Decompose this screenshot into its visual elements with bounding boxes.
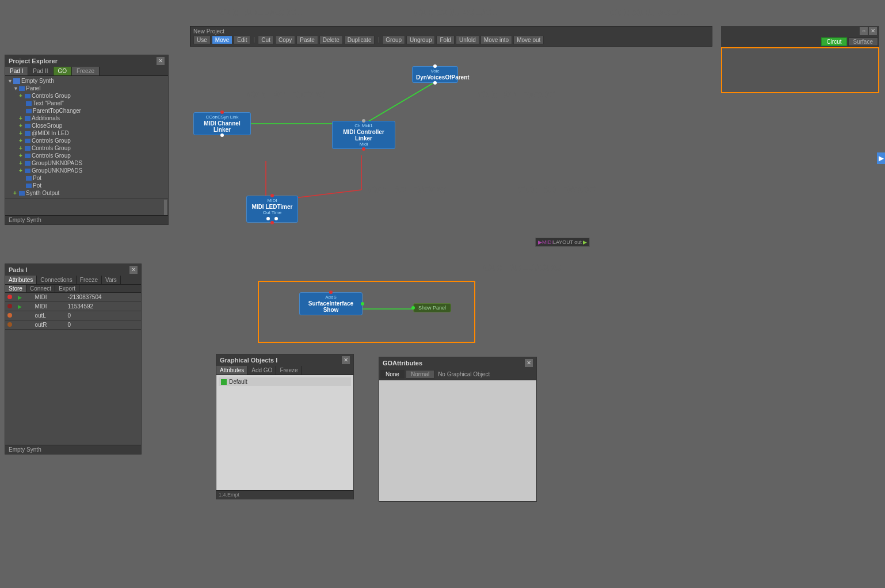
go-panel-close[interactable]: ✕: [342, 356, 350, 364]
tab-go[interactable]: GO: [54, 67, 73, 75]
goattr-tab-normal[interactable]: Normal: [406, 370, 434, 379]
go-tab-freeze[interactable]: Freeze: [276, 366, 302, 375]
plus-unkn-2[interactable]: +: [19, 167, 25, 174]
tree-item-parent-top[interactable]: ParentTopChanger: [5, 107, 168, 114]
pads-tab-vars[interactable]: Vars: [102, 276, 121, 284]
right-panel-close-button[interactable]: ✕: [869, 27, 877, 35]
tree-item-controls-group-3[interactable]: + Controls Group: [5, 144, 168, 152]
export-btn[interactable]: Export: [55, 285, 79, 292]
midi-led-port-bottom[interactable]: [270, 221, 274, 224]
project-explorer-tree: ▼ Empty Synth ▼ Panel + Controls Group: [5, 76, 168, 198]
cconcsyn-port-bottom[interactable]: [220, 133, 224, 137]
move-into-button[interactable]: Move into: [480, 36, 512, 44]
goattr-close[interactable]: ✕: [525, 359, 533, 367]
go-tab-attributes[interactable]: Attributes: [216, 366, 248, 375]
move-out-button[interactable]: Move out: [513, 36, 544, 44]
midi-led-port-br[interactable]: [274, 217, 278, 220]
voic-port-bottom[interactable]: [433, 81, 437, 85]
plus-midi-led[interactable]: +: [19, 130, 25, 136]
adds-node[interactable]: AddS SurfaceInterface Show: [299, 292, 363, 315]
plus-unkn-1[interactable]: +: [19, 160, 25, 166]
tree-item-empty-synth[interactable]: ▼ Empty Synth: [5, 77, 168, 85]
expand-panel[interactable]: ▼: [13, 86, 19, 91]
tree-item-additionals[interactable]: + Additionals: [5, 114, 168, 122]
midi-led-node[interactable]: MIDI MIDI LEDTimer Out Time: [246, 196, 298, 223]
pads-tab-attributes[interactable]: Attributes: [5, 276, 37, 284]
pads-panel-title: Pads I: [9, 266, 27, 273]
tree-item-midi-led[interactable]: + @MIDI In LED: [5, 129, 168, 137]
unfold-button[interactable]: Unfold: [456, 36, 479, 44]
goattr-tab-none[interactable]: None: [380, 370, 405, 379]
go-item-default[interactable]: Default: [219, 377, 351, 386]
cconcsyn-node[interactable]: CConCSyn Link MIDI Channel Linker: [193, 112, 251, 135]
plus-controls-1[interactable]: +: [19, 93, 25, 99]
plus-synth-output[interactable]: +: [13, 190, 19, 196]
tab-freeze[interactable]: Freeze: [72, 67, 100, 75]
tree-item-pot-1[interactable]: Pot: [5, 174, 168, 182]
ungroup-button[interactable]: Ungroup: [406, 36, 435, 44]
midi-layout-label: LAYOUT: [553, 239, 573, 245]
right-panel-min-button[interactable]: ○: [860, 27, 868, 35]
goattr-panel: GOAttributes ✕ None Normal No Graphical …: [379, 357, 537, 502]
ch-midi-name: MIDI Controller Linker: [336, 129, 391, 142]
tree-item-controls-group-2[interactable]: + Controls Group: [5, 137, 168, 144]
tree-item-controls-group-1[interactable]: + Controls Group: [5, 92, 168, 100]
voic-title: Voic: [416, 68, 454, 74]
ch-midi-port-top[interactable]: [362, 119, 365, 123]
show-panel-port-left[interactable]: [411, 306, 415, 310]
move-button[interactable]: Move: [212, 36, 232, 44]
tree-item-controls-group-4[interactable]: + Controls Group: [5, 152, 168, 159]
adds-port-right[interactable]: [361, 302, 364, 306]
copy-button[interactable]: Copy: [275, 36, 295, 44]
store-btn[interactable]: Store: [5, 285, 26, 292]
voic-port-top[interactable]: [433, 64, 437, 68]
tree-scrollbar[interactable]: [164, 200, 167, 215]
ch-midi-node[interactable]: Ch Midi1 MIDI Controller Linker Midi: [332, 121, 395, 149]
tree-item-synth-output[interactable]: + Synth Output: [5, 189, 168, 197]
pot-1-icon: [26, 176, 32, 181]
show-panel-node[interactable]: Show Panel: [413, 303, 451, 312]
tree-item-group-unkn-2[interactable]: + GroupUNKN0PADS: [5, 167, 168, 174]
group-button[interactable]: Group: [382, 36, 405, 44]
tree-item-close-group[interactable]: + CloseGroup: [5, 122, 168, 129]
delete-button[interactable]: Delete: [319, 36, 343, 44]
edge-arrow-right[interactable]: ▶: [877, 152, 885, 164]
pads-tab-connections[interactable]: Connections: [37, 276, 77, 284]
plus-controls-2[interactable]: +: [19, 138, 25, 144]
goattr-content: [379, 380, 536, 501]
connect-btn[interactable]: Connect: [26, 285, 55, 292]
voic-node[interactable]: Voic DynVoicesOfParent: [412, 66, 458, 83]
tab-pad2[interactable]: Pad II: [28, 67, 53, 75]
expand-empty-synth[interactable]: ▼: [7, 78, 13, 84]
cut-button[interactable]: Cut: [258, 36, 274, 44]
pads-tab-freeze[interactable]: Freeze: [77, 276, 102, 284]
plus-controls-3[interactable]: +: [19, 145, 25, 151]
tree-item-panel[interactable]: ▼ Panel: [5, 85, 168, 92]
adds-port-top[interactable]: [329, 291, 333, 294]
watermark-6: GO: BOLD/COC...: [368, 184, 455, 196]
fold-button[interactable]: Fold: [436, 36, 454, 44]
ch-midi-port-bottom[interactable]: [362, 147, 365, 151]
go-tab-add-go[interactable]: Add GO: [248, 366, 276, 375]
tab-pad1[interactable]: Pad I: [5, 67, 28, 75]
use-button[interactable]: Use: [193, 36, 211, 44]
paste-button[interactable]: Paste: [296, 36, 318, 44]
edit-button[interactable]: Edit: [234, 36, 250, 44]
midi-led-port-top[interactable]: [270, 194, 274, 197]
tree-item-group-unkn-1[interactable]: + GroupUNKN0PADS: [5, 159, 168, 167]
pads-panel-close[interactable]: ✕: [129, 266, 138, 274]
surface-button[interactable]: Surface: [848, 37, 878, 46]
watermark-1: GO: BOLD/COC...: [219, 7, 305, 19]
cconcsyn-port-top[interactable]: [220, 110, 224, 114]
midi-led-port-bl[interactable]: [266, 217, 270, 220]
circut-button[interactable]: Circut: [821, 37, 846, 46]
plus-controls-4[interactable]: +: [19, 152, 25, 159]
plus-close-group[interactable]: +: [19, 123, 25, 129]
tree-item-text-panel[interactable]: Text "Panel": [5, 100, 168, 107]
var-icon-outl: [7, 313, 12, 318]
tree-item-pot-2[interactable]: Pot: [5, 182, 168, 189]
go-panel-header: Graphical Objects I ✕: [216, 354, 353, 366]
project-explorer-close[interactable]: ✕: [157, 57, 165, 65]
plus-additionals[interactable]: +: [19, 115, 25, 121]
duplicate-button[interactable]: Duplicate: [344, 36, 375, 44]
